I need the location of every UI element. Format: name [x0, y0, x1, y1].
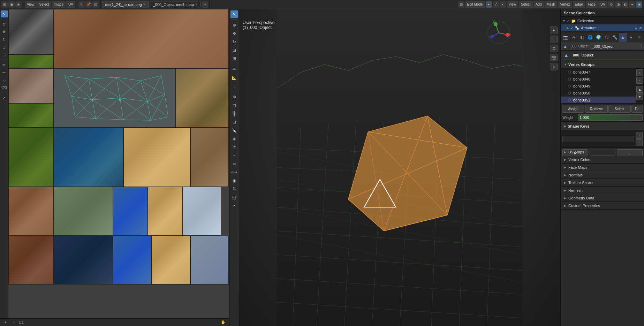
armature-visibility[interactable]: ✓ — [570, 26, 573, 30]
armature-row[interactable]: ▶ ✓ 🦴 Armature ▲ 👁 — [561, 24, 644, 31]
select-tool-icon[interactable]: ↖ — [1, 10, 8, 17]
texture-row3-1[interactable] — [8, 128, 54, 187]
geometry-data-section[interactable]: ▶ Geometry Data — [561, 194, 644, 202]
view-menu[interactable]: View — [25, 1, 37, 8]
weight-input-field[interactable]: 1.000 — [578, 114, 643, 121]
zoom-in-3d-btn[interactable]: + — [550, 26, 558, 34]
mesh-menu-3d[interactable]: Mesh — [545, 1, 557, 8]
viewport-display-icon[interactable]: ⊙ — [608, 1, 614, 8]
remesh-section[interactable]: ▶ Remesh — [561, 187, 644, 194]
cursor-icon[interactable]: ↖ — [78, 1, 85, 8]
vertex-groups-header[interactable]: ▼ Vertex Groups — [561, 60, 644, 69]
uv-menu-left[interactable]: UV — [66, 1, 75, 8]
local-view-btn[interactable]: ○ — [550, 63, 558, 70]
texture-stone[interactable] — [176, 68, 229, 128]
camera-view-btn[interactable]: 📷 — [550, 54, 558, 61]
sk-remove-btn[interactable]: - — [636, 139, 643, 146]
texture-row4-5[interactable] — [183, 187, 221, 236]
edge-menu-3d[interactable]: Edge — [573, 1, 585, 8]
render-props-icon[interactable]: 📷 — [562, 33, 570, 42]
hand-tool-icon[interactable]: ✋ — [220, 319, 227, 326]
modifier-props-icon[interactable]: 🔧 — [611, 33, 619, 42]
viewport-shading-2[interactable]: ◐ — [622, 1, 628, 8]
edit-mode-btn[interactable]: Edit Mode — [465, 1, 485, 8]
zoom-out-icon[interactable]: - — [10, 319, 17, 326]
remove-btn[interactable]: Remove — [585, 105, 607, 113]
texture-thumb-grass[interactable] — [8, 54, 54, 68]
texture-arch[interactable] — [8, 68, 54, 103]
ortho-view-btn[interactable]: ⊡ — [550, 45, 558, 52]
select-menu-3d[interactable]: Select — [519, 1, 533, 8]
select-mode-vert[interactable]: ● — [486, 1, 492, 8]
sk-dots-btn[interactable]: ⋮ — [617, 149, 643, 156]
view-icon[interactable]: ▣ — [8, 1, 15, 8]
vg-item-bone50[interactable]: ⬡ bone0050 — [561, 90, 636, 97]
data-props-icon[interactable]: ▲ — [619, 33, 627, 42]
uv-menu-3d[interactable]: UV — [598, 1, 607, 8]
select-mode-edge[interactable]: ╱ — [493, 1, 499, 8]
scene-props-icon[interactable]: 🌐 — [586, 33, 594, 42]
viewport-mode-icon[interactable]: ⊡ — [458, 1, 464, 8]
annotate-poly-icon[interactable]: ▱ — [1, 77, 8, 84]
add-menu-3d[interactable]: Add — [533, 1, 544, 8]
vg-item-bone51[interactable]: ⬡ bone0051 — [561, 97, 636, 104]
texture-water[interactable] — [54, 128, 123, 187]
texture-row5-4[interactable] — [151, 236, 190, 285]
face-menu-3d[interactable]: Face — [586, 1, 598, 8]
transform-tool-icon[interactable]: ⊞ — [1, 51, 8, 58]
texture-row5-2[interactable] — [54, 236, 113, 285]
rotate-tool-icon[interactable]: ↻ — [1, 36, 8, 43]
object-props-icon[interactable]: ⬡ — [603, 33, 611, 42]
texture-grass-small[interactable] — [8, 103, 54, 128]
texture-row5-3[interactable] — [113, 236, 151, 285]
cursor-tool-icon[interactable]: ⊕ — [1, 21, 8, 28]
texture-row5-5[interactable] — [190, 236, 229, 285]
tool-icon[interactable]: ◈ — [15, 1, 22, 8]
image-grid-area[interactable] — [8, 9, 229, 318]
tab-add-icon[interactable]: + — [202, 1, 208, 8]
scale-tool-icon[interactable]: ⊡ — [1, 44, 8, 51]
texture-row5-1[interactable] — [8, 236, 54, 285]
vg-item-bone47[interactable]: ⬡ bone0047 — [561, 69, 636, 76]
annotate-icon[interactable]: ✏ — [1, 61, 8, 68]
view-layer-icon[interactable]: ◧ — [578, 33, 586, 42]
vg-move-down-btn[interactable]: ▼ — [636, 93, 643, 100]
sk-add-btn[interactable]: + — [636, 132, 643, 139]
uv-rip-icon[interactable]: ↗ — [1, 94, 8, 101]
viewport-shading-3[interactable]: ● — [629, 1, 635, 8]
zoom-in-icon[interactable]: + — [2, 319, 9, 326]
view-menu-3d[interactable]: View — [507, 1, 518, 8]
editor-type-icon[interactable]: ⊞ — [1, 1, 8, 8]
filter-icon[interactable]: ⊡ — [92, 1, 99, 8]
tab2-close[interactable]: × — [195, 2, 197, 6]
image-tab-2[interactable]: _000_Object-mesh.map × — [150, 1, 200, 8]
annotate-line-icon[interactable]: ✏ — [1, 69, 8, 76]
active-obj-name-field[interactable] — [590, 44, 642, 49]
assign-btn[interactable]: Assign — [562, 105, 584, 113]
physics-props-icon[interactable]: ⚛ — [635, 33, 643, 42]
face-maps-section[interactable]: ▶ Face Maps — [561, 164, 644, 171]
shape-keys-header[interactable]: ▶ Shape Keys — [561, 122, 644, 130]
vg-remove-btn[interactable]: - — [636, 77, 643, 84]
collection-visibility[interactable]: ✓ — [567, 19, 570, 23]
deselect-vg-btn[interactable]: De — [631, 105, 643, 113]
vertex-menu-3d[interactable]: Vertex — [558, 1, 572, 8]
viewport-shading-4[interactable]: ◉ — [636, 1, 642, 8]
select-mode-face[interactable]: ▪ — [500, 1, 506, 8]
select-menu-left[interactable]: Select — [37, 1, 51, 8]
texture-thumb-dirt-large[interactable] — [54, 9, 229, 68]
texture-space-section[interactable]: ▶ Texture Space — [561, 179, 644, 187]
3d-viewport[interactable]: User Perspective (1)_000_Object — [229, 9, 560, 326]
pin-icon[interactable]: 📌 — [85, 1, 92, 8]
tab1-close[interactable]: × — [143, 2, 145, 6]
normals-section[interactable]: ▶ Normals — [561, 171, 644, 179]
eraser-icon[interactable]: ⌫ — [1, 84, 8, 91]
viewport-shading-1[interactable]: ◑ — [615, 1, 621, 8]
texture-row4-4[interactable] — [148, 187, 183, 236]
vg-item-bone48[interactable]: ⬡ bone0048 — [561, 76, 636, 83]
texture-row3-4[interactable] — [190, 128, 229, 187]
output-props-icon[interactable]: 🖨 — [570, 33, 578, 42]
material-props-icon[interactable]: ● — [627, 33, 635, 42]
vg-move-up-btn[interactable]: ▲ — [636, 86, 643, 93]
texture-row4-3[interactable] — [113, 187, 148, 236]
